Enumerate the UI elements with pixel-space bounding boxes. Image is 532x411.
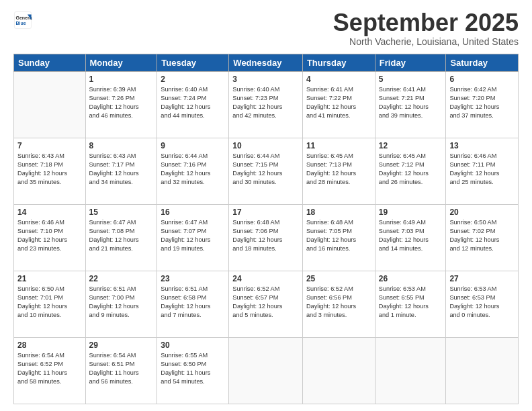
calendar-cell: 27Sunrise: 6:53 AMSunset: 6:53 PMDayligh… xyxy=(446,271,519,338)
cell-info: Sunrise: 6:48 AM xyxy=(306,218,371,227)
cell-info: Sunrise: 6:43 AM xyxy=(89,152,154,161)
cell-info: and 56 minutes. xyxy=(89,377,154,386)
cell-info: Daylight: 11 hours xyxy=(89,369,154,377)
location: North Vacherie, Louisiana, United States xyxy=(333,36,519,47)
cell-info: Sunset: 6:53 PM xyxy=(449,293,515,302)
day-number: 28 xyxy=(17,340,82,350)
cell-info: and 18 minutes. xyxy=(232,244,299,253)
cell-info: Sunset: 7:11 PM xyxy=(449,161,515,169)
cell-info: Sunrise: 6:48 AM xyxy=(232,218,299,227)
cell-info: Sunset: 7:00 PM xyxy=(89,293,154,302)
day-number: 1 xyxy=(89,75,154,84)
cell-info: Daylight: 12 hours xyxy=(17,169,82,178)
day-number: 17 xyxy=(232,208,299,217)
cell-info: Sunset: 6:57 PM xyxy=(232,293,299,302)
cell-info: Daylight: 12 hours xyxy=(232,103,299,111)
cell-info: Sunrise: 6:53 AM xyxy=(379,285,443,293)
cell-info: Sunrise: 6:51 AM xyxy=(161,285,225,293)
cell-info: Daylight: 12 hours xyxy=(17,302,82,311)
day-number: 30 xyxy=(161,340,225,350)
calendar-cell: 11Sunrise: 6:45 AMSunset: 7:13 PMDayligh… xyxy=(302,138,375,205)
cell-info: Sunset: 6:51 PM xyxy=(89,360,154,369)
cell-info: Daylight: 12 hours xyxy=(449,103,515,111)
cell-info: Sunset: 7:23 PM xyxy=(232,94,299,103)
cell-info: Sunset: 7:16 PM xyxy=(161,161,225,169)
day-number: 19 xyxy=(379,208,443,217)
cell-info: and 21 minutes. xyxy=(89,244,154,253)
calendar-cell: 8Sunrise: 6:43 AMSunset: 7:17 PMDaylight… xyxy=(85,138,157,205)
cell-info: Daylight: 12 hours xyxy=(379,236,443,244)
day-number: 15 xyxy=(89,208,154,217)
cell-info: and 23 minutes. xyxy=(17,244,82,253)
calendar-cell: 14Sunrise: 6:46 AMSunset: 7:10 PMDayligh… xyxy=(14,205,86,271)
cell-info: Daylight: 12 hours xyxy=(89,103,154,111)
cell-info: and 3 minutes. xyxy=(306,311,371,320)
cell-info: and 12 minutes. xyxy=(449,244,515,253)
header: General Blue September 2025 North Vacher… xyxy=(13,11,519,47)
calendar-cell: 26Sunrise: 6:53 AMSunset: 6:55 PMDayligh… xyxy=(375,271,446,338)
cell-info: Sunset: 7:21 PM xyxy=(379,94,443,103)
calendar-cell: 12Sunrise: 6:45 AMSunset: 7:12 PMDayligh… xyxy=(375,138,446,205)
svg-rect-0 xyxy=(14,11,31,28)
cell-info: Sunset: 7:15 PM xyxy=(232,161,299,169)
cell-info: Sunset: 7:26 PM xyxy=(89,94,154,103)
cell-info: Daylight: 12 hours xyxy=(89,169,154,178)
cell-info: Sunrise: 6:46 AM xyxy=(17,218,82,227)
calendar-cell: 20Sunrise: 6:50 AMSunset: 7:02 PMDayligh… xyxy=(446,205,519,271)
cell-info: Daylight: 12 hours xyxy=(161,103,225,111)
col-wednesday: Wednesday xyxy=(229,54,303,72)
calendar-cell: 7Sunrise: 6:43 AMSunset: 7:18 PMDaylight… xyxy=(14,138,86,205)
cell-info: Daylight: 12 hours xyxy=(306,236,371,244)
calendar-cell: 1Sunrise: 6:39 AMSunset: 7:26 PMDaylight… xyxy=(85,72,157,138)
day-number: 13 xyxy=(449,141,515,150)
cell-info: and 41 minutes. xyxy=(306,111,371,120)
calendar-cell: 30Sunrise: 6:55 AMSunset: 6:50 PMDayligh… xyxy=(157,338,229,404)
calendar-cell: 2Sunrise: 6:40 AMSunset: 7:24 PMDaylight… xyxy=(157,72,229,138)
col-thursday: Thursday xyxy=(302,54,375,72)
calendar-cell xyxy=(14,72,86,138)
calendar-cell: 6Sunrise: 6:42 AMSunset: 7:20 PMDaylight… xyxy=(446,72,519,138)
cell-info: and 37 minutes. xyxy=(449,111,515,120)
cell-info: Daylight: 12 hours xyxy=(449,169,515,178)
cell-info: Sunset: 7:12 PM xyxy=(379,161,443,169)
cell-info: Sunset: 7:20 PM xyxy=(449,94,515,103)
calendar-week-4: 21Sunrise: 6:50 AMSunset: 7:01 PMDayligh… xyxy=(14,271,519,338)
cell-info: Daylight: 12 hours xyxy=(449,302,515,311)
calendar-cell: 3Sunrise: 6:40 AMSunset: 7:23 PMDaylight… xyxy=(229,72,303,138)
cell-info: Sunset: 7:24 PM xyxy=(161,94,225,103)
cell-info: Sunset: 7:07 PM xyxy=(161,227,225,236)
cell-info: and 42 minutes. xyxy=(232,111,299,120)
calendar-cell: 5Sunrise: 6:41 AMSunset: 7:21 PMDaylight… xyxy=(375,72,446,138)
calendar-cell xyxy=(375,338,446,404)
cell-info: Daylight: 12 hours xyxy=(232,169,299,178)
day-number: 24 xyxy=(232,274,299,283)
day-number: 12 xyxy=(379,141,443,150)
calendar-cell: 29Sunrise: 6:54 AMSunset: 6:51 PMDayligh… xyxy=(85,338,157,404)
cell-info: Sunrise: 6:43 AM xyxy=(17,152,82,161)
cell-info: Sunrise: 6:52 AM xyxy=(232,285,299,293)
cell-info: Sunrise: 6:54 AM xyxy=(89,351,154,360)
cell-info: Sunrise: 6:53 AM xyxy=(449,285,515,293)
calendar-cell: 21Sunrise: 6:50 AMSunset: 7:01 PMDayligh… xyxy=(14,271,86,338)
calendar-header-row: Sunday Monday Tuesday Wednesday Thursday… xyxy=(14,54,519,72)
cell-info: Sunrise: 6:44 AM xyxy=(232,152,299,161)
cell-info: Sunset: 7:08 PM xyxy=(89,227,154,236)
title-block: September 2025 North Vacherie, Louisiana… xyxy=(333,11,519,47)
cell-info: Sunset: 7:10 PM xyxy=(17,227,82,236)
cell-info: Sunset: 7:02 PM xyxy=(449,227,515,236)
col-tuesday: Tuesday xyxy=(157,54,229,72)
day-number: 21 xyxy=(17,274,82,283)
calendar-cell: 9Sunrise: 6:44 AMSunset: 7:16 PMDaylight… xyxy=(157,138,229,205)
calendar-cell: 10Sunrise: 6:44 AMSunset: 7:15 PMDayligh… xyxy=(229,138,303,205)
calendar-cell: 17Sunrise: 6:48 AMSunset: 7:06 PMDayligh… xyxy=(229,205,303,271)
day-number: 11 xyxy=(306,141,371,150)
cell-info: Sunset: 7:03 PM xyxy=(379,227,443,236)
cell-info: Sunrise: 6:55 AM xyxy=(161,351,225,360)
day-number: 5 xyxy=(379,75,443,84)
cell-info: Daylight: 12 hours xyxy=(379,302,443,311)
cell-info: Sunrise: 6:45 AM xyxy=(379,152,443,161)
calendar-week-2: 7Sunrise: 6:43 AMSunset: 7:18 PMDaylight… xyxy=(14,138,519,205)
cell-info: Daylight: 12 hours xyxy=(379,169,443,178)
cell-info: Sunrise: 6:41 AM xyxy=(379,85,443,94)
col-friday: Friday xyxy=(375,54,446,72)
